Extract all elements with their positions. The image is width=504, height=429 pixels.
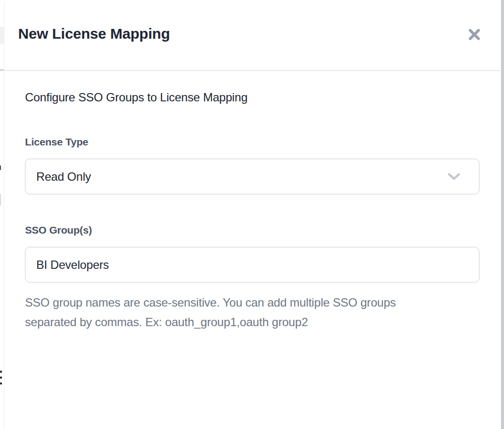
hamburger-bar	[0, 382, 2, 384]
close-button[interactable]	[463, 24, 485, 45]
new-license-mapping-modal: New License Mapping Configure SSO Groups…	[4, 0, 501, 429]
license-type-label: License Type	[25, 136, 88, 148]
modal-subtitle: Configure SSO Groups to License Mapping	[25, 91, 248, 104]
modal-title: New License Mapping	[18, 25, 170, 42]
modal-body: Configure SSO Groups to License Mapping …	[4, 71, 501, 429]
hamburger-bar	[0, 377, 2, 379]
sso-groups-label: SSO Group(s)	[25, 224, 92, 236]
chevron-down-icon	[448, 173, 460, 180]
scrollbar[interactable]	[501, 0, 504, 429]
license-type-select[interactable]: Read Only	[25, 159, 479, 194]
modal-header: New License Mapping	[4, 0, 501, 70]
license-type-selected-value: Read Only	[36, 170, 91, 184]
background-page-fragment	[0, 166, 1, 170]
sso-groups-helper-text: SSO group names are case-sensitive. You …	[25, 293, 442, 332]
hamburger-bar	[0, 371, 2, 373]
sso-groups-input[interactable]	[25, 247, 479, 283]
background-page-fragment	[0, 194, 1, 206]
hamburger-menu-icon[interactable]	[0, 371, 2, 386]
close-icon	[468, 28, 481, 41]
